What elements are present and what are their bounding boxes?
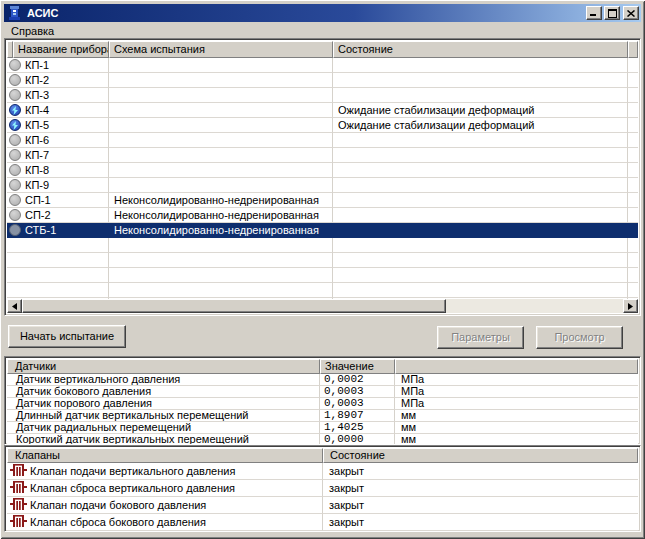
device-idle-icon <box>9 179 21 191</box>
device-name: КП-1 <box>25 58 49 72</box>
empty-grid-row <box>7 268 638 283</box>
title-bar[interactable]: АСИС <box>4 4 641 22</box>
column-header-state[interactable]: Состояние <box>333 41 628 58</box>
device-state: Ожидание стабилизации деформаций <box>333 103 628 118</box>
device-row[interactable]: СТБ-1Неконсолидированно-недренированная <box>7 223 638 238</box>
device-row[interactable]: СП-2Неконсолидированно-недренированная <box>7 208 638 223</box>
device-table: Название прибора Схема испытания Состоян… <box>4 38 641 316</box>
scrollbar-track[interactable] <box>446 299 623 313</box>
sensor-unit: МПа <box>395 374 638 386</box>
device-row-filler <box>628 163 638 178</box>
device-name: КП-4 <box>25 103 49 117</box>
menu-item-help[interactable]: Справка <box>4 24 61 38</box>
sensors-table-header: Датчики Значение <box>7 359 638 374</box>
device-row-filler <box>628 178 638 193</box>
empty-cell <box>628 268 638 283</box>
valve-icon <box>10 515 27 529</box>
app-icon <box>7 5 23 21</box>
minimize-button[interactable] <box>586 6 602 20</box>
sensor-row: Датчик радиальных перемещений1,4025мм <box>7 422 638 434</box>
close-icon[interactable] <box>623 6 639 20</box>
empty-cell <box>7 268 109 283</box>
sensor-unit: МПа <box>395 386 638 398</box>
device-row[interactable]: КП-2 <box>7 73 638 88</box>
column-header-valves[interactable]: Клапаны <box>7 448 323 463</box>
device-name-cell: КП-8 <box>7 163 109 178</box>
column-header-sensors[interactable]: Датчики <box>7 359 320 374</box>
app-window: АСИС Справка Название прибора Схема испы… <box>0 0 645 539</box>
device-row-filler <box>628 223 638 238</box>
column-header-value[interactable]: Значение <box>320 359 395 374</box>
device-state <box>333 73 628 88</box>
device-idle-icon <box>9 164 21 176</box>
device-scheme <box>109 178 333 193</box>
device-name: КП-2 <box>25 73 49 87</box>
sensor-value: 0,0000 <box>320 434 395 445</box>
sensor-row: Датчик порового давления0,0003МПа <box>7 398 638 410</box>
device-scheme <box>109 148 333 163</box>
device-state <box>333 133 628 148</box>
device-active-icon <box>9 104 21 116</box>
device-row[interactable]: КП-7 <box>7 148 638 163</box>
sensor-unit: мм <box>395 410 638 422</box>
valve-icon <box>10 481 27 495</box>
device-state <box>333 163 628 178</box>
scroll-right-icon[interactable] <box>623 299 638 313</box>
device-scheme <box>109 163 333 178</box>
maximize-button[interactable] <box>604 6 620 20</box>
sensor-value: 0,0002 <box>320 374 395 386</box>
device-name: КП-5 <box>25 118 49 132</box>
column-header-device-name[interactable]: Название прибора <box>13 41 109 58</box>
device-name: СП-1 <box>25 193 51 207</box>
device-idle-icon <box>9 209 21 221</box>
empty-cell <box>333 268 628 283</box>
valve-name-cell: Клапан сброса вертикального давления <box>7 480 323 497</box>
device-row[interactable]: КП-3 <box>7 88 638 103</box>
device-state <box>333 148 628 163</box>
start-test-button[interactable]: Начать испытание <box>8 325 126 348</box>
empty-cell <box>628 283 638 298</box>
device-state <box>333 208 628 223</box>
device-row[interactable]: КП-6 <box>7 133 638 148</box>
device-row[interactable]: КП-4Ожидание стабилизации деформаций <box>7 103 638 118</box>
device-row[interactable]: КП-9 <box>7 178 638 193</box>
device-name-cell: СП-1 <box>7 193 109 208</box>
empty-cell <box>7 253 109 268</box>
device-row[interactable]: КП-8 <box>7 163 638 178</box>
scrollbar-thumb[interactable] <box>22 299 446 313</box>
column-header-scheme[interactable]: Схема испытания <box>109 41 333 58</box>
empty-grid-row <box>7 253 638 268</box>
device-idle-icon <box>9 134 21 146</box>
device-row-filler <box>628 103 638 118</box>
device-name-cell: КП-3 <box>7 88 109 103</box>
sensor-name: Датчик радиальных перемещений <box>7 422 320 434</box>
column-header-extra <box>628 41 638 58</box>
device-scheme <box>109 133 333 148</box>
empty-cell <box>109 268 333 283</box>
sensor-value: 1,8907 <box>320 410 395 422</box>
empty-cell <box>109 238 333 253</box>
device-name-cell: СТБ-1 <box>7 223 109 238</box>
valve-name: Клапан подачи вертикального давления <box>30 466 235 477</box>
device-name-cell: КП-6 <box>7 133 109 148</box>
device-row[interactable]: КП-1 <box>7 58 638 73</box>
horizontal-scrollbar[interactable] <box>7 299 638 313</box>
device-state: Ожидание стабилизации деформаций <box>333 118 628 133</box>
device-scheme: Неконсолидированно-недренированная <box>109 208 333 223</box>
device-idle-icon <box>9 224 21 236</box>
scroll-left-icon[interactable] <box>7 299 22 313</box>
sensor-row: Короткий датчик вертикальных перемещений… <box>7 434 638 445</box>
device-row[interactable]: СП-1Неконсолидированно-недренированная <box>7 193 638 208</box>
device-name: СТБ-1 <box>25 223 56 237</box>
valve-state: закрыт <box>323 480 638 497</box>
sensors-table-body: Датчик вертикального давления0,0002МПаДа… <box>7 374 638 445</box>
parameters-button[interactable]: Параметры <box>437 326 524 349</box>
device-row[interactable]: КП-5Ожидание стабилизации деформаций <box>7 118 638 133</box>
valve-name: Клапан сброса бокового давления <box>30 517 206 528</box>
empty-cell <box>109 283 333 298</box>
valves-table: Клапаны Состояние Клапан подачи вертикал… <box>4 445 641 532</box>
valve-name: Клапан сброса вертикального давления <box>30 483 235 494</box>
view-button[interactable]: Просмотр <box>536 326 623 349</box>
column-header-valve-state[interactable]: Состояние <box>323 448 638 463</box>
device-name-cell: КП-4 <box>7 103 109 118</box>
